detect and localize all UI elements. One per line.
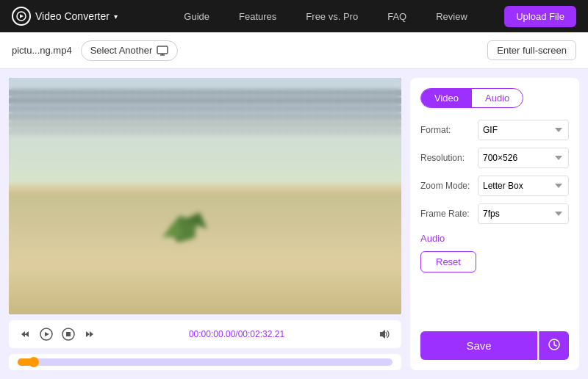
top-nav: Video Converter ▾ Guide Features Free vs…	[0, 0, 588, 32]
zoom-label: Zoom Mode:	[420, 181, 473, 191]
nav-links: Guide Features Free vs. Pro FAQ Review	[147, 11, 504, 22]
main-content: 00:00:00.00/00:02:32.21 Video Audio	[0, 69, 588, 379]
settings-panel: Video Audio Format: GIF MP4 AVI MOV WebM…	[410, 78, 579, 370]
framerate-select[interactable]: 7fps 15fps 24fps 30fps 60fps	[478, 203, 569, 224]
logo-text: Video Converter	[35, 10, 110, 22]
save-section: Save	[420, 331, 569, 360]
progress-bar-track[interactable]	[18, 358, 392, 366]
logo-icon	[12, 7, 31, 26]
select-another-button[interactable]: Select Another	[81, 40, 179, 61]
audio-link[interactable]: Audio	[420, 233, 569, 244]
zoom-select[interactable]: Letter Box Crop Stretch	[478, 176, 569, 196]
format-label: Format:	[420, 125, 473, 135]
nav-faq[interactable]: FAQ	[373, 11, 421, 22]
save-button[interactable]: Save	[420, 331, 537, 360]
resolution-select[interactable]: 700×526 1920×1080 1280×720 640×480	[478, 148, 569, 168]
volume-button[interactable]	[376, 326, 392, 342]
time-display: 00:00:00.00/00:02:32.21	[103, 329, 370, 339]
progress-bar-container[interactable]	[9, 354, 401, 370]
settings-tabs: Video Audio	[420, 88, 523, 108]
play-button[interactable]	[38, 326, 54, 342]
nav-guide[interactable]: Guide	[169, 11, 224, 22]
tab-video[interactable]: Video	[421, 89, 472, 107]
controls-bar: 00:00:00.00/00:02:32.21	[9, 320, 401, 348]
nav-features[interactable]: Features	[224, 11, 291, 22]
reset-button[interactable]: Reset	[420, 251, 476, 272]
clock-icon	[548, 339, 560, 350]
logo-dropdown-icon: ▾	[114, 12, 118, 21]
svg-rect-1	[157, 46, 168, 54]
upload-file-button[interactable]: Upload File	[504, 6, 576, 27]
progress-thumb[interactable]	[29, 357, 39, 367]
time-total: 00:02:32.21	[238, 329, 284, 339]
file-name: pictu...ng.mp4	[12, 45, 72, 56]
framerate-label: Frame Rate:	[420, 209, 473, 219]
save-dropdown-button[interactable]	[539, 331, 569, 360]
tab-audio[interactable]: Audio	[472, 89, 523, 107]
stop-button[interactable]	[60, 326, 76, 342]
monitor-icon	[157, 45, 168, 57]
zoom-row: Zoom Mode: Letter Box Crop Stretch	[420, 176, 569, 196]
format-row: Format: GIF MP4 AVI MOV WebM	[420, 120, 569, 140]
fullscreen-button[interactable]: Enter full-screen	[487, 40, 576, 60]
nav-logo[interactable]: Video Converter ▾	[12, 7, 118, 26]
nav-free-vs-pro[interactable]: Free vs. Pro	[291, 11, 373, 22]
time-current: 00:00:00.00	[189, 329, 235, 339]
select-another-label: Select Another	[90, 45, 153, 56]
forward-button[interactable]	[82, 327, 97, 342]
video-preview	[9, 78, 401, 314]
resolution-label: Resolution:	[420, 153, 473, 163]
sub-header: pictu...ng.mp4 Select Another Enter full…	[0, 32, 588, 69]
rewind-button[interactable]	[18, 327, 32, 342]
video-container	[9, 78, 401, 314]
svg-rect-4	[66, 332, 71, 336]
nav-review[interactable]: Review	[421, 11, 482, 22]
video-panel: 00:00:00.00/00:02:32.21	[0, 69, 410, 379]
resolution-row: Resolution: 700×526 1920×1080 1280×720 6…	[420, 148, 569, 168]
framerate-row: Frame Rate: 7fps 15fps 24fps 30fps 60fps	[420, 203, 569, 224]
format-select[interactable]: GIF MP4 AVI MOV WebM	[478, 120, 569, 140]
